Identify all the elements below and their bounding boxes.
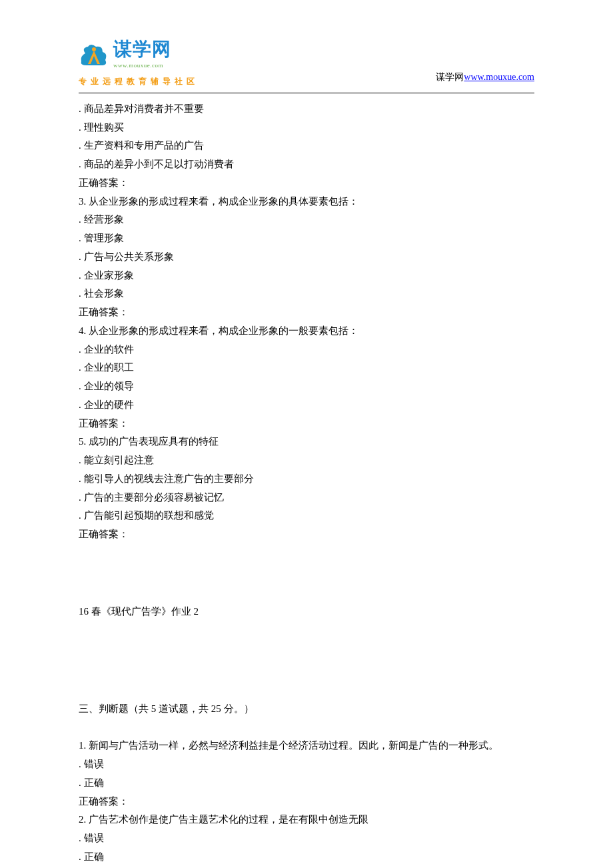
blank-space [79,718,534,737]
svg-point-0 [92,47,96,51]
page-header: 谋学网 www.mouxue.com 专业远程教育辅导社区 谋学网www.mou… [79,40,534,89]
option-text: 商品的差异小到不足以打动消费者 [79,155,534,174]
question-stem: 1. 新闻与广告活动一样，必然与经济利益挂是个经济活动过程。因此，新闻是广告的一… [79,737,534,755]
option-text: 错误 [79,829,534,848]
question-stem: 4. 从企业形象的形成过程来看，构成企业形象的一般要素包括： [79,322,534,341]
option-text: 正确 [79,774,534,793]
correct-answer-label: 正确答案： [79,415,534,433]
option-text: 能立刻引起注意 [79,451,534,470]
option-text: 广告的主要部分必须容易被记忆 [79,489,534,507]
option-text: 经营形象 [79,211,534,229]
logo-text-wrap: 谋学网 www.mouxue.com [113,40,171,71]
correct-answer-label: 正确答案： [79,174,534,193]
correct-answer-label: 正确答案： [79,525,534,544]
correct-answer-label: 正确答案： [79,303,534,322]
header-site-label: 谋学网www.mouxue.com [436,69,534,89]
header-rule [79,93,534,93]
option-text: 商品差异对消费者并不重要 [79,100,534,119]
logo-top-row: 谋学网 www.mouxue.com [79,40,199,71]
option-text: 企业家形象 [79,267,534,285]
option-text: 管理形象 [79,229,534,248]
logo-sub-url: www.mouxue.com [113,60,171,71]
logo-tagline: 专业远程教育辅导社区 [79,74,199,89]
logo-icon [79,41,109,69]
option-text: 正确 [79,848,534,867]
question-stem: 5. 成功的广告表现应具有的特征 [79,433,534,451]
site-name-text: 谋学网 [436,72,464,82]
correct-answer-label: 正确答案： [79,793,534,811]
option-text: 能引导人的视线去注意广告的主要部分 [79,470,534,489]
page-container: 谋学网 www.mouxue.com 专业远程教育辅导社区 谋学网www.mou… [0,0,613,868]
assignment-title: 16 春《现代广告学》作业 2 [79,603,534,621]
option-text: 企业的软件 [79,341,534,359]
option-text: 理性购买 [79,119,534,137]
option-text: 企业的领导 [79,377,534,396]
option-text: 广告与公共关系形象 [79,248,534,267]
logo-block: 谋学网 www.mouxue.com 专业远程教育辅导社区 [79,40,199,89]
site-url-link[interactable]: www.mouxue.com [464,72,534,82]
logo-main-text: 谋学网 [113,40,171,59]
option-text: 社会形象 [79,285,534,303]
question-stem: 3. 从企业形象的形成过程来看，构成企业形象的具体要素包括： [79,193,534,211]
question-stem: 2. 广告艺术创作是使广告主题艺术化的过程，是在有限中创造无限 [79,811,534,829]
option-text: 企业的职工 [79,359,534,377]
blank-space [79,621,534,700]
option-text: 广告能引起预期的联想和感觉 [79,507,534,525]
document-body: 商品差异对消费者并不重要 理性购买 生产资料和专用产品的广告 商品的差异小到不足… [79,100,534,868]
blank-space [79,544,534,603]
section-header: 三、判断题（共 5 道试题，共 25 分。） [79,700,534,719]
option-text: 生产资料和专用产品的广告 [79,137,534,155]
option-text: 企业的硬件 [79,396,534,415]
option-text: 错误 [79,755,534,774]
